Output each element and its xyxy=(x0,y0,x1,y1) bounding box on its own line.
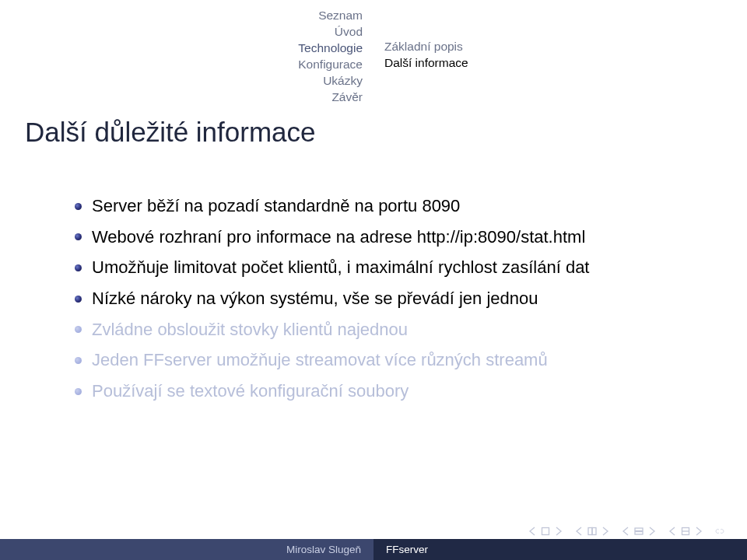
nav-item[interactable]: Ukázky xyxy=(215,73,363,89)
list-item-dim: Jeden FFserver umožňuje streamovat více … xyxy=(72,348,693,372)
nav-item-active[interactable]: Technologie xyxy=(215,40,363,57)
list-item: Server běží na pozadí standardně na port… xyxy=(72,194,693,218)
nav-subsections: Základní popis Další informace xyxy=(384,8,532,72)
svg-rect-1 xyxy=(588,528,592,535)
nav-item[interactable]: Úvod xyxy=(215,24,363,40)
footer-title: FFserver xyxy=(374,539,747,560)
bullet-list: Server běží na pozadí standardně na port… xyxy=(72,194,693,403)
list-item-dim: Zvládne obsloužit stovky klientů najedno… xyxy=(72,318,693,341)
nav-slide-icon[interactable] xyxy=(528,526,563,537)
nav-subsection-icon[interactable] xyxy=(621,526,657,537)
list-item: Umožňuje limitovat počet klientů, i maxi… xyxy=(72,256,693,279)
svg-rect-4 xyxy=(635,532,643,535)
footer-author: Miroslav Slugeň xyxy=(0,539,374,560)
nav-sections: Seznam Úvod Technologie Konfigurace Ukáz… xyxy=(215,8,363,106)
beamer-nav-symbols xyxy=(528,526,725,537)
slide: Seznam Úvod Technologie Konfigurace Ukáz… xyxy=(0,0,747,560)
header-nav: Seznam Úvod Technologie Konfigurace Ukáz… xyxy=(0,8,747,106)
nav-item[interactable]: Konfigurace xyxy=(215,57,363,73)
nav-item[interactable]: Závěr xyxy=(215,89,363,106)
svg-rect-3 xyxy=(635,528,643,531)
svg-rect-2 xyxy=(592,528,596,535)
nav-subitem-current[interactable]: Další informace xyxy=(384,55,532,72)
list-item: Nízké nároky na výkon systému, vše se př… xyxy=(72,287,693,310)
nav-back-forward-icon[interactable] xyxy=(714,526,725,537)
svg-rect-0 xyxy=(542,528,549,535)
nav-item[interactable]: Seznam xyxy=(215,8,363,24)
nav-frame-icon[interactable] xyxy=(574,526,610,537)
footer: Miroslav Slugeň FFserver xyxy=(0,539,747,560)
nav-subitem[interactable]: Základní popis xyxy=(384,39,532,55)
nav-section-icon[interactable] xyxy=(668,526,703,537)
list-item: Webové rozhraní pro informace na adrese … xyxy=(72,226,693,249)
frame-title: Další důležité informace xyxy=(25,117,316,148)
body: Server běží na pozadí standardně na port… xyxy=(72,194,693,411)
list-item-dim: Používají se textové konfigurační soubor… xyxy=(72,380,693,403)
